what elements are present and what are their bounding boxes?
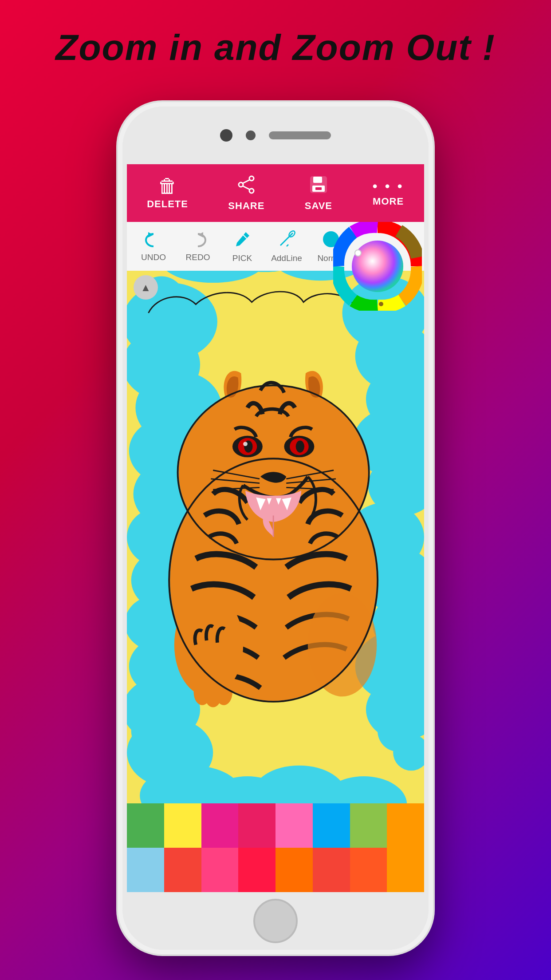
pick-icon	[232, 229, 252, 252]
svg-line-13	[287, 245, 288, 246]
phone-top-bezel	[122, 107, 429, 164]
palette-burnt-orange[interactable]	[350, 848, 387, 892]
trash-icon: 🗑	[158, 176, 177, 196]
front-camera	[220, 129, 232, 142]
share-button[interactable]: SHARE	[228, 175, 264, 212]
svg-point-56	[243, 442, 248, 446]
svg-point-1	[249, 189, 254, 193]
palette-red[interactable]	[164, 848, 201, 892]
color-wheel[interactable]	[333, 222, 422, 311]
svg-rect-8	[315, 187, 322, 190]
addline-button[interactable]: AddLine	[264, 229, 309, 263]
palette-sky-blue[interactable]	[313, 803, 350, 848]
palette-green[interactable]	[127, 803, 164, 848]
svg-point-2	[239, 182, 243, 187]
palette-light-blue[interactable]	[127, 848, 164, 892]
svg-point-0	[249, 176, 254, 181]
svg-point-15	[352, 241, 403, 292]
palette-amber[interactable]	[387, 848, 424, 892]
phone-bottom-bezel	[122, 892, 429, 950]
phone-screen: 🗑 DELETE SHARE	[127, 164, 424, 892]
palette-lime[interactable]	[350, 803, 387, 848]
undo-label: UNDO	[141, 253, 166, 262]
svg-line-4	[243, 186, 250, 190]
phone-frame: 🗑 DELETE SHARE	[118, 102, 433, 954]
save-label: SAVE	[305, 200, 332, 212]
home-button[interactable]	[253, 899, 298, 943]
pick-button[interactable]: PICK	[220, 229, 264, 263]
palette-deep-pink[interactable]	[238, 803, 276, 848]
collapse-button[interactable]: ▲	[134, 275, 158, 300]
pick-label: PICK	[232, 253, 252, 263]
palette-yellow[interactable]	[164, 803, 201, 848]
addline-label: AddLine	[271, 253, 302, 263]
palette-red2[interactable]	[313, 848, 350, 892]
more-button[interactable]: • • • MORE	[372, 179, 404, 207]
more-icon: • • •	[372, 179, 404, 193]
delete-label: DELETE	[147, 198, 188, 210]
svg-point-16	[355, 250, 361, 256]
camera-sensor	[246, 130, 256, 140]
addline-icon	[277, 229, 296, 252]
share-icon	[236, 175, 256, 198]
svg-marker-9	[148, 232, 153, 237]
svg-line-3	[243, 180, 250, 183]
speaker	[269, 131, 331, 139]
svg-point-76	[146, 733, 185, 772]
color-palette	[127, 803, 424, 892]
undo-button[interactable]: UNDO	[131, 230, 176, 262]
svg-point-72	[129, 302, 168, 341]
palette-orange[interactable]	[387, 803, 424, 848]
more-label: MORE	[373, 196, 404, 207]
save-icon	[309, 175, 328, 198]
palette-light-pink[interactable]	[276, 803, 313, 848]
palette-pink-red[interactable]	[201, 848, 239, 892]
phone-inner: 🗑 DELETE SHARE	[122, 107, 429, 950]
svg-point-17	[379, 302, 383, 306]
palette-bright-red[interactable]	[238, 848, 276, 892]
palette-hot-pink[interactable]	[201, 803, 239, 848]
headline-text: Zoom in and Zoom Out !	[0, 27, 551, 68]
svg-marker-10	[198, 232, 203, 237]
svg-rect-6	[313, 177, 322, 183]
delete-button[interactable]: 🗑 DELETE	[147, 176, 188, 210]
canvas-area[interactable]	[127, 271, 424, 803]
redo-icon	[188, 230, 208, 251]
redo-button[interactable]: REDO	[176, 230, 220, 262]
redo-label: REDO	[186, 253, 210, 262]
share-label: SHARE	[228, 200, 264, 212]
save-button[interactable]: SAVE	[305, 175, 332, 212]
undo-icon	[144, 230, 163, 251]
svg-point-65	[308, 593, 377, 696]
palette-deep-orange[interactable]	[276, 848, 313, 892]
app-toolbar: 🗑 DELETE SHARE	[127, 164, 424, 222]
svg-point-55	[296, 440, 304, 452]
